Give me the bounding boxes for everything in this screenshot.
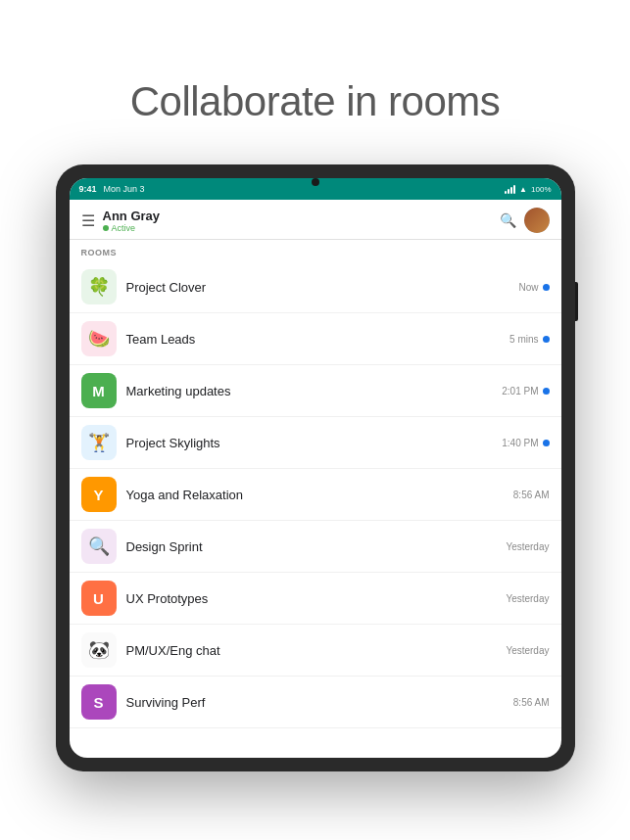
status-time: 9:41	[79, 184, 97, 194]
app-header: ☰ Ann Gray Active 🔍	[70, 200, 561, 240]
room-name-yoga-relaxation: Yoga and Relaxation	[126, 488, 513, 502]
room-name-marketing-updates: Marketing updates	[126, 384, 503, 398]
room-item-team-leads[interactable]: 🍉 Team Leads 5 mins	[70, 313, 561, 365]
room-icon-project-clover: 🍀	[81, 269, 117, 304]
room-time-project-skylights: 1:40 PM	[502, 438, 549, 448]
room-item-pm-ux-eng[interactable]: 🐼 PM/UX/Eng chat Yesterday	[70, 625, 561, 677]
room-icon-yoga-relaxation: Y	[81, 477, 117, 512]
room-time-marketing-updates: 2:01 PM	[502, 386, 549, 397]
room-list: 🍀 Project Clover Now 🍉 Team Leads 5 mins…	[70, 261, 561, 758]
room-icon-marketing-updates: M	[81, 373, 117, 408]
battery-indicator: 100%	[531, 185, 551, 194]
camera-notch	[312, 178, 319, 186]
wifi-icon: ▲	[519, 185, 527, 194]
side-button	[575, 282, 578, 321]
room-time-ux-prototypes: Yesterday	[506, 593, 549, 604]
avatar-image	[524, 208, 550, 233]
room-name-ux-prototypes: UX Prototypes	[126, 591, 507, 606]
room-item-yoga-relaxation[interactable]: Y Yoga and Relaxation 8:56 AM	[70, 469, 561, 521]
active-status-dot	[103, 225, 109, 231]
rooms-section-label: ROOMS	[70, 240, 561, 261]
room-icon-pm-ux-eng: 🐼	[81, 632, 117, 668]
status-date: Mon Jun 3	[104, 184, 145, 194]
room-name-project-skylights: Project Skylights	[126, 436, 503, 450]
room-name-team-leads: Team Leads	[126, 332, 510, 347]
room-time-yoga-relaxation: 8:56 AM	[513, 490, 550, 500]
room-icon-design-sprint: 🔍	[81, 529, 117, 564]
room-icon-project-skylights: 🏋	[81, 425, 117, 460]
room-item-surviving-perf[interactable]: S Surviving Perf 8:56 AM	[70, 677, 561, 728]
room-icon-team-leads: 🍉	[81, 321, 117, 356]
unread-dot-marketing-updates	[543, 388, 550, 395]
unread-dot-team-leads	[543, 336, 550, 343]
page-title: Collaborate in rooms	[130, 78, 501, 125]
room-time-surviving-perf: 8:56 AM	[513, 697, 550, 708]
search-button[interactable]: 🔍	[500, 212, 516, 228]
unread-dot-project-skylights	[543, 440, 550, 446]
user-status: Active	[103, 223, 161, 233]
room-time-pm-ux-eng: Yesterday	[506, 645, 549, 656]
room-time-project-clover: Now	[518, 282, 549, 293]
tablet-device: 9:41 Mon Jun 3 ▲ 100%	[56, 164, 575, 771]
room-icon-ux-prototypes: U	[81, 581, 117, 616]
room-item-design-sprint[interactable]: 🔍 Design Sprint Yesterday	[70, 521, 561, 573]
room-name-pm-ux-eng: PM/UX/Eng chat	[126, 643, 507, 658]
signal-bars	[505, 184, 515, 194]
room-name-project-clover: Project Clover	[126, 280, 519, 295]
room-time-design-sprint: Yesterday	[506, 541, 549, 552]
room-item-ux-prototypes[interactable]: U UX Prototypes Yesterday	[70, 573, 561, 625]
room-time-team-leads: 5 mins	[509, 334, 549, 345]
unread-dot-project-clover	[543, 284, 550, 291]
room-icon-surviving-perf: S	[81, 684, 117, 720]
room-item-marketing-updates[interactable]: M Marketing updates 2:01 PM	[70, 365, 561, 417]
user-name: Ann Gray	[103, 209, 161, 223]
avatar[interactable]	[524, 208, 550, 233]
room-item-project-skylights[interactable]: 🏋 Project Skylights 1:40 PM	[70, 417, 561, 469]
menu-button[interactable]: ☰	[81, 211, 95, 230]
room-item-project-clover[interactable]: 🍀 Project Clover Now	[70, 261, 561, 313]
room-name-design-sprint: Design Sprint	[126, 539, 507, 554]
room-name-surviving-perf: Surviving Perf	[126, 695, 513, 710]
